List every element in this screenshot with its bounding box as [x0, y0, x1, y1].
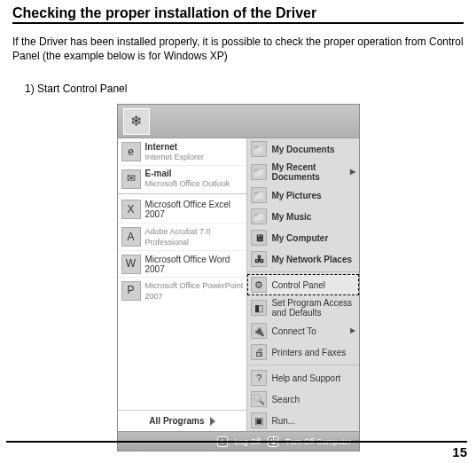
item-help[interactable]: ? Help and Support [247, 367, 358, 388]
folder-icon: 📁 [251, 164, 267, 180]
intro-text: If the Driver has been installed properl… [12, 35, 464, 63]
start-menu-header: ❄ [118, 105, 359, 138]
submenu-arrow-icon: ▶ [350, 327, 355, 335]
item-acrobat-sub: Professional [145, 238, 190, 247]
item-my-documents[interactable]: 📁 My Documents [247, 138, 358, 160]
right-separator-1 [247, 271, 358, 272]
item-my-recent[interactable]: 📁 My Recent Documents ▶ [247, 160, 358, 184]
label-printers: Printers and Faxes [271, 348, 346, 357]
start-menu: ❄ e Internet Internet Explorer ✉ E-mail … [117, 104, 360, 451]
item-control-panel[interactable]: ⚙ Control Panel [247, 274, 358, 295]
item-my-network[interactable]: 🖧 My Network Places [247, 248, 358, 270]
item-acrobat-title: Adobe Acrobat 7.0 [145, 227, 211, 236]
folder-icon: 📁 [251, 187, 267, 203]
item-connect-to[interactable]: 🔌 Connect To ▶ [247, 320, 358, 341]
all-programs[interactable]: All Programs [118, 410, 247, 431]
item-email[interactable]: ✉ E-mail Microsoft Office Outlook [118, 165, 247, 192]
arrow-right-icon [210, 417, 215, 426]
item-internet-sub: Internet Explorer [145, 153, 205, 161]
label-set-program: Set Program Access and Defaults [271, 298, 355, 318]
left-separator-1 [118, 193, 247, 194]
label-search: Search [271, 395, 300, 404]
item-powerpoint[interactable]: P Microsoft Office PowerPoint 2007 [118, 277, 247, 304]
internet-explorer-icon: e [121, 142, 141, 161]
start-menu-right-pane: 📁 My Documents 📁 My Recent Documents ▶ 📁… [247, 138, 358, 431]
network-icon: 🖧 [251, 251, 267, 267]
powerpoint-icon: P [121, 281, 141, 301]
section-heading: Checking the proper installation of the … [12, 5, 464, 24]
search-icon: 🔍 [251, 391, 267, 407]
item-email-sub: Microsoft Office Outlook [145, 179, 230, 188]
label-control-panel: Control Panel [271, 280, 325, 290]
label-help: Help and Support [271, 373, 340, 383]
run-icon: ▣ [251, 412, 267, 428]
page-number: 15 [6, 441, 467, 459]
folder-icon: 📁 [251, 141, 267, 157]
defaults-icon: ◧ [251, 300, 267, 316]
label-my-computer: My Computer [271, 233, 328, 243]
item-my-music[interactable]: 📁 My Music [247, 206, 358, 227]
submenu-arrow-icon: ▶ [350, 169, 355, 177]
excel-icon: X [121, 200, 141, 219]
printer-icon: 🖨 [251, 344, 267, 360]
label-run: Run... [271, 416, 295, 426]
right-separator-2 [247, 365, 358, 365]
connect-icon: 🔌 [251, 323, 267, 339]
item-email-title: E-mail [145, 169, 230, 178]
item-run[interactable]: ▣ Run... [247, 410, 358, 431]
item-excel-label: Microsoft Office Excel 2007 [145, 200, 244, 219]
control-panel-icon: ⚙ [251, 277, 267, 293]
label-my-music: My Music [271, 212, 311, 222]
item-search[interactable]: 🔍 Search [247, 388, 358, 410]
label-connect-to: Connect To [271, 326, 316, 336]
item-internet[interactable]: e Internet Internet Explorer [118, 138, 247, 165]
item-set-program[interactable]: ◧ Set Program Access and Defaults [247, 295, 358, 320]
label-my-recent: My Recent Documents [271, 162, 345, 182]
item-word-label: Microsoft Office Word 2007 [145, 255, 244, 274]
label-my-documents: My Documents [271, 145, 334, 154]
word-icon: W [121, 255, 141, 274]
help-icon: ? [251, 370, 267, 386]
item-printers[interactable]: 🖨 Printers and Faxes [247, 341, 358, 363]
label-my-pictures: My Pictures [271, 191, 321, 200]
item-word[interactable]: W Microsoft Office Word 2007 [118, 250, 247, 277]
item-my-pictures[interactable]: 📁 My Pictures [247, 184, 358, 206]
start-menu-left-pane: e Internet Internet Explorer ✉ E-mail Mi… [118, 138, 248, 431]
item-ppt-title: Microsoft Office PowerPoint [145, 281, 244, 290]
item-acrobat[interactable]: A Adobe Acrobat 7.0 Professional [118, 223, 247, 250]
folder-icon: 📁 [251, 208, 267, 224]
item-excel[interactable]: X Microsoft Office Excel 2007 [118, 196, 247, 223]
acrobat-icon: A [121, 227, 141, 247]
email-icon: ✉ [121, 169, 141, 189]
user-avatar-icon: ❄ [123, 108, 150, 135]
item-my-computer[interactable]: 🖥 My Computer [247, 227, 358, 248]
label-my-network: My Network Places [271, 255, 352, 264]
all-programs-label: All Programs [149, 416, 204, 426]
step-1: 1) Start Control Panel [25, 82, 464, 95]
computer-icon: 🖥 [251, 230, 267, 246]
item-ppt-sub: 2007 [145, 292, 163, 301]
item-internet-title: Internet [145, 142, 205, 152]
